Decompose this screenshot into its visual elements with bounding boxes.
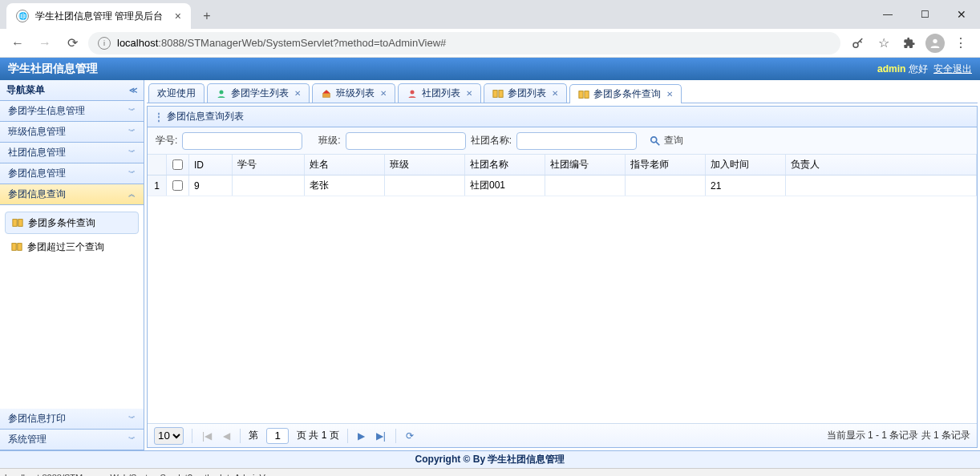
next-page-button[interactable]: ▶ [356,430,366,442]
prev-page-button[interactable]: ◀ [221,430,232,442]
cell-leader [786,175,977,196]
profile-icon[interactable] [925,34,945,53]
panel-header: 参团信息查询列表 [148,107,977,127]
window-close-icon[interactable]: ✕ [943,2,980,27]
app-footer: Copyright © By 学生社团信息管理 [0,450,980,468]
grid-header: ID 学号 姓名 班级 社团名称 社团编号 指导老师 加入时间 负责人 [148,155,977,175]
sidebar-item-join-info[interactable]: 参团信息管理︾ [0,163,144,184]
forward-button[interactable]: → [34,32,56,54]
chevron-down-icon: ︾ [128,434,136,445]
col-join[interactable]: 加入时间 [706,155,786,175]
logout-link[interactable]: 安全退出 [933,63,972,75]
sidebar-item-print[interactable]: 参团信息打印︾ [0,409,144,430]
browser-tab[interactable]: 🌐 学生社团信息管理 管理员后台 × [6,3,191,29]
col-clubid[interactable]: 社团编号 [545,155,626,175]
sidebar-header: 导航菜单 ≪ [0,80,144,101]
cell-sid [233,175,305,196]
book-icon [12,218,23,228]
sid-input[interactable] [182,132,302,150]
svg-point-14 [651,136,657,142]
col-id[interactable]: ID [189,155,233,175]
browser-tab-title: 学生社团信息管理 管理员后台 [35,10,163,23]
star-icon[interactable]: ☆ [874,34,893,53]
svg-rect-2 [13,220,17,227]
page-input[interactable] [266,428,289,444]
browser-status-bar: localhost:8088/STManagerWeb/SystemServle… [0,468,980,476]
svg-rect-12 [579,91,583,98]
col-name[interactable]: 姓名 [305,155,385,175]
search-row: 学号: 班级: 社团名称: 查询 [148,127,977,155]
close-icon[interactable]: ✕ [666,90,673,99]
col-sid[interactable]: 学号 [233,155,305,175]
user-icon [216,88,227,99]
cell-id: 9 [189,175,233,196]
svg-rect-10 [493,90,497,97]
maximize-icon[interactable]: ☐ [906,2,943,27]
last-page-button[interactable]: ▶| [375,430,387,442]
search-button[interactable]: 查询 [650,134,683,147]
svg-rect-11 [499,90,503,97]
svg-rect-3 [18,220,22,227]
close-tab-icon[interactable]: × [165,10,181,22]
col-leader[interactable]: 负责人 [786,155,977,175]
new-tab-button[interactable]: + [196,5,218,27]
col-class[interactable]: 班级 [385,155,465,175]
table-row[interactable]: 1 9 老张 社团001 21 [148,175,977,196]
cell-class [385,175,465,196]
chevron-down-icon: ︾ [128,147,136,158]
svg-point-9 [411,90,415,94]
sidebar-sub-multi-query[interactable]: 参团多条件查询 [5,212,139,234]
col-checkbox [167,155,189,175]
book-icon [11,242,22,252]
refresh-button[interactable]: ⟳ [404,430,415,442]
svg-rect-6 [18,244,22,251]
first-page-button[interactable]: |◀ [200,430,213,442]
sidebar-item-join-query[interactable]: 参团信息查询︽ [0,184,144,205]
tab-multi-query[interactable]: 参团多条件查询✕ [569,84,682,103]
club-input[interactable] [516,132,637,150]
tab-class-list[interactable]: 班级列表✕ [312,83,395,103]
svg-rect-13 [585,91,589,98]
cell-club: 社团001 [465,175,545,196]
tab-club-list[interactable]: 社团列表✕ [398,83,481,103]
page-size-select[interactable]: 10 [154,427,184,445]
sidebar-sub-over-three-query[interactable]: 参团超过三个查询 [0,236,144,258]
sidebar-item-club-info[interactable]: 社团信息管理︾ [0,143,144,163]
page-label-pre: 第 [249,429,258,442]
close-icon[interactable]: ✕ [294,89,301,98]
class-input[interactable] [346,132,466,150]
menu-icon[interactable]: ⋮ [951,34,970,53]
chevron-up-icon: ︽ [128,189,136,200]
rownum: 1 [148,175,167,196]
sidebar-item-class-info[interactable]: 班级信息管理︾ [0,122,144,143]
greeting-text: 您好 [905,63,927,75]
sidebar-item-student-info[interactable]: 参团学生信息管理︾ [0,101,144,122]
svg-point-0 [853,42,858,47]
row-checkbox[interactable] [172,180,183,191]
app-title: 学生社团信息管理 [8,62,98,76]
chevron-down-icon: ︾ [128,127,136,137]
content-tabs: 欢迎使用 参团学生列表✕ 班级列表✕ 社团列表✕ 参团列表✕ 参团多条件查询✕ [147,83,978,103]
key-icon[interactable] [848,34,868,53]
close-icon[interactable]: ✕ [380,89,387,98]
tab-welcome[interactable]: 欢迎使用 [148,83,205,103]
tab-student-list[interactable]: 参团学生列表✕ [207,83,310,103]
url-host: localhost [117,37,158,49]
close-icon[interactable]: ✕ [552,89,558,98]
minimize-icon[interactable]: — [869,2,906,27]
col-club[interactable]: 社团名称 [465,155,545,175]
address-bar[interactable]: i localhost:8088/STManagerWeb/SystemServ… [88,32,840,54]
select-all-checkbox[interactable] [172,159,183,170]
extensions-icon[interactable] [900,34,919,53]
sidebar-item-system[interactable]: 系统管理︾ [0,430,144,450]
close-icon[interactable]: ✕ [466,89,472,98]
collapse-sidebar-icon[interactable]: ≪ [129,86,137,95]
tab-join-list[interactable]: 参团列表✕ [484,83,567,103]
pager: 10 |◀ ◀ 第 页 共 1 页 ▶ ▶| ⟳ 当前显示 1 - 1 条记录 … [148,423,977,447]
book-icon [492,88,504,99]
back-button[interactable]: ← [6,32,29,54]
admin-name: admin [877,63,905,75]
reload-button[interactable]: ⟳ [61,32,83,54]
col-teacher[interactable]: 指导老师 [626,155,706,175]
user-icon [407,88,418,99]
